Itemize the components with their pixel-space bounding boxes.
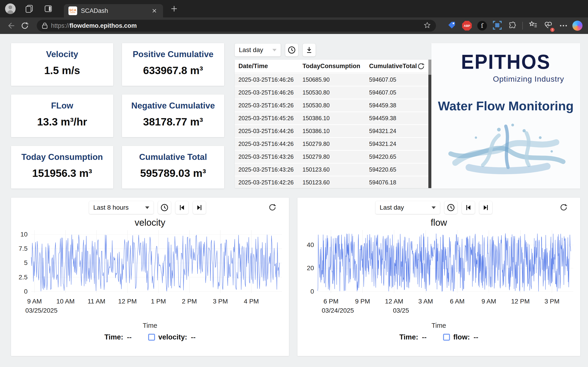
water-splash-image [431,119,580,177]
extension-f-icon[interactable]: ſ [477,21,487,31]
tab-actions-icon[interactable] [43,4,53,14]
table-cell: 594607.05 [369,76,432,83]
profile-avatar[interactable] [5,3,16,14]
settings-more-icon[interactable] [559,25,567,26]
shopping-tag-icon[interactable] [447,21,457,31]
table-range-select[interactable]: Last day [235,44,281,56]
velocity-clock-button[interactable] [158,201,171,214]
toolbar-extensions-area: ABP ſ ! [442,20,582,31]
adblock-plus-icon[interactable]: ABP [462,21,472,31]
svg-text:12 AM: 12 AM [385,298,403,305]
table-cell: 150123.60 [303,179,369,186]
stat-card-flow: FLow 13.3 m³/hr [11,94,113,137]
data-table: Date/TimeTodayConsumptionCumulativeTotal… [235,60,432,188]
svg-text:0: 0 [310,288,314,295]
legend-series-label: velocity: [158,333,187,341]
table-cell: 150530.80 [303,89,369,96]
url-bar[interactable]: https:// flowdemo.epithos.com [37,20,436,32]
flow-chart-plot[interactable]: 020406 PM9 PM12 AM3 AM6 AM9 AM12 PM3 PM0… [297,228,580,320]
skip-back-icon [178,204,186,211]
favorites-icon[interactable] [528,20,538,31]
velocity-skip-forward-button[interactable] [193,201,206,214]
series-checkbox[interactable] [443,334,450,341]
svg-text:3 PM: 3 PM [544,298,559,305]
stat-value: 1.5 m/s [11,64,113,77]
velocity-skip-back-button[interactable] [175,201,188,214]
table-refresh-icon[interactable] [417,62,425,71]
chevron-down-icon [272,49,277,51]
url-scheme: https:// [51,22,69,29]
velocity-chart-controls: Last 8 hours [11,201,289,214]
stat-value: 13.3 m³/hr [11,116,113,128]
legend-time-value: -- [127,333,132,341]
svg-text:9 AM: 9 AM [27,298,42,305]
table-row: 2025-03-25T16:45:26150386.10594459.38 [235,111,432,124]
tab-close-icon[interactable] [150,7,158,15]
range-select-value: Last day [380,204,404,211]
table-cell: 2025-03-25T16:43:26 [235,153,303,160]
epithos-logo: EPITHOS [431,50,580,74]
flow-skip-back-button[interactable] [462,201,475,214]
flow-range-select[interactable]: Last day [376,201,440,214]
dashboard-page: Velocity 1.5 m/s Positive Cumulative 633… [0,34,588,367]
stat-label: Cumulative Total [122,152,224,162]
table-clock-button[interactable] [285,44,298,56]
browser-essentials-icon[interactable]: ! [544,20,553,31]
table-cell: 594459.38 [369,115,432,122]
clock-icon [160,203,169,212]
stat-label: FLow [11,101,113,110]
table-download-button[interactable] [303,44,316,56]
svg-text:10 AM: 10 AM [56,298,74,305]
extensions-puzzle-icon[interactable] [508,21,517,31]
series-checkbox[interactable] [148,334,155,341]
legend-time-label: Time: [399,333,418,341]
stat-label: Negative Cumulative [122,101,224,110]
stat-cards: Velocity 1.5 m/s Positive Cumulative 633… [11,43,224,189]
bookmark-star-icon[interactable] [424,22,431,30]
table-row: 2025-03-25T16:43:26150279.80594220.65 [235,150,432,163]
stat-value: 38178.77 m³ [122,116,224,128]
skip-forward-icon [482,204,490,211]
svg-text:3 AM: 3 AM [418,298,433,305]
velocity-range-select[interactable]: Last 8 hours [89,201,153,214]
table-row: 2025-03-25T16:43:26150123.60594220.65 [235,163,432,176]
flow-x-axis-label: Time [297,322,580,329]
chevron-down-icon [432,206,436,209]
url-host: flowdemo.epithos.com [69,22,137,29]
copilot-icon[interactable] [572,21,582,31]
velocity-x-axis-label: Time [11,322,289,329]
table-cell: 594459.38 [369,102,432,109]
legend-time-value: -- [422,333,427,341]
browser-tabstrip: SCA Dashbr SCADash [0,0,588,17]
page-title: Water Flow Monitoring [431,99,580,113]
flow-clock-button[interactable] [444,201,457,214]
velocity-chart-plot[interactable]: 02.557.5109 AM10 AM11 AM12 PM1 PM2 PM3 P… [11,228,289,320]
table-cell: 2025-03-25T16:45:26 [235,115,303,122]
web-capture-icon[interactable] [493,20,502,31]
flow-chart-refresh-icon[interactable] [557,201,570,214]
back-icon[interactable] [6,21,16,31]
skip-forward-icon [195,204,203,211]
workspaces-icon[interactable] [24,4,35,14]
stat-label: Velocity [11,50,113,59]
new-tab-button[interactable] [169,4,179,14]
table-cell: 594321.24 [369,128,432,134]
tab-scadash[interactable]: SCA Dashbr SCADash [64,4,163,17]
legend-series-value: -- [474,333,478,341]
velocity-chart-refresh-icon[interactable] [266,201,279,214]
brand-tagline: Optimizing Industry [431,75,580,83]
flow-skip-forward-button[interactable] [479,201,492,214]
flow-series-line [318,233,571,292]
svg-text:12 PM: 12 PM [511,298,530,305]
table-cell: 150123.60 [303,166,369,173]
table-cell: 594220.65 [369,153,432,160]
browser-toolbar: https:// flowdemo.epithos.com ABP ſ [0,17,588,34]
svg-text:9 AM: 9 AM [481,298,496,305]
table-cell: 2025-03-25T16:44:26 [235,141,303,147]
table-row: 2025-03-25T16:42:26150123.60594076.18 [235,176,432,188]
refresh-icon[interactable] [20,21,30,31]
table-cell: 150279.80 [303,153,369,160]
svg-text:4 PM: 4 PM [244,298,259,305]
table-cell: 2025-03-25T16:44:26 [235,128,303,134]
table-cell: 594321.24 [369,141,432,147]
